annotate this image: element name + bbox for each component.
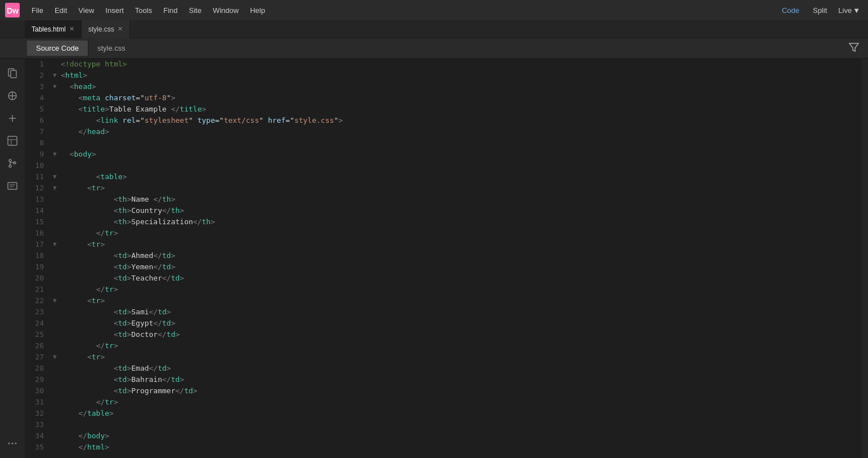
view-controls: Code Split Live ▼ [776,4,863,17]
table-row: 8 [25,137,861,149]
tab-bar: Tables.html ✕ style.css ✕ [0,20,868,38]
table-row: 23 <td>Sami</td> [25,306,861,318]
table-row: 11 ▼ <table> [25,171,861,183]
svg-point-14 [9,165,11,167]
code-lines: 1 <!doctype html> 2 ▼ <html> 3 ▼ <head> … [25,59,861,453]
svg-text:Dw: Dw [7,6,19,15]
table-row: 29 <td>Bahrain</td> [25,374,861,385]
table-row: 24 <td>Egypt</td> [25,318,861,329]
live-dropdown-arrow[interactable]: ▼ [853,6,860,15]
menu-file[interactable]: File [27,4,48,17]
svg-rect-10 [8,136,17,145]
table-row: 33 [25,419,861,430]
svg-rect-4 [11,70,16,78]
css-designer-icon[interactable] [2,131,23,151]
table-row: 30 <td>Programmer</td> [25,385,861,397]
svg-point-20 [8,443,10,444]
assets-icon[interactable] [2,86,23,106]
menu-bar: Dw File Edit View Insert Tools Find Site… [0,0,868,20]
scrollbar[interactable] [861,59,868,458]
table-row: 26 </tr> [25,340,861,352]
tab-close-style[interactable]: ✕ [118,26,123,32]
menu-insert[interactable]: Insert [101,4,128,17]
main-area: 1 <!doctype html> 2 ▼ <html> 3 ▼ <head> … [0,59,868,458]
git-icon[interactable] [2,153,23,174]
menu-view[interactable]: View [74,4,99,17]
table-row: 13 <th>Name </th> [25,194,861,205]
table-row: 6 <link rel="stylesheet" type="text/css"… [25,115,861,126]
svg-rect-17 [8,183,17,189]
app-logo: Dw [5,2,20,18]
style-css-tab[interactable]: style.css [88,41,135,56]
table-row: 27 ▼ <tr> [25,352,861,363]
split-view-button[interactable]: Split [807,4,833,17]
table-row: 10 [25,160,861,171]
menu-tools[interactable]: Tools [131,4,156,17]
table-row: 28 <td>Emad</td> [25,363,861,374]
table-row: 5 <title>Table Example </title> [25,104,861,115]
table-row: 21 </tr> [25,284,861,295]
code-view-button[interactable]: Code [776,4,805,17]
source-code-tab[interactable]: Source Code [27,41,88,56]
svg-point-13 [9,159,11,162]
table-row: 31 </tr> [25,397,861,408]
table-row: 7 </head> [25,126,861,137]
table-row: 3 ▼ <head> [25,81,861,92]
table-row: 17 ▼ <tr> [25,239,861,250]
table-row: 1 <!doctype html> [25,59,861,70]
more-icon[interactable] [2,433,23,453]
filter-icon[interactable] [840,42,868,55]
table-row: 20 <td>Teacher</td> [25,273,861,284]
svg-point-21 [12,443,14,444]
menu-window[interactable]: Window [208,4,243,17]
table-row: 16 </tr> [25,228,861,239]
menu-site[interactable]: Site [184,4,205,17]
svg-point-22 [15,443,17,444]
live-view-button[interactable]: Live ▼ [835,4,863,17]
table-row: 4 <meta charset="utf-8"> [25,92,861,104]
table-row: 22 ▼ <tr> [25,295,861,306]
tab-style-css[interactable]: style.css ✕ [82,20,130,38]
table-row: 2 ▼ <html> [25,70,861,81]
sidebar [0,59,25,458]
table-row: 18 <td>Ahmed</td> [25,250,861,261]
snippets-icon[interactable] [2,176,23,196]
tab-tables-html[interactable]: Tables.html ✕ [25,20,82,38]
table-row: 9 ▼ <body> [25,149,861,160]
tab-close-tables[interactable]: ✕ [69,26,74,32]
code-editor[interactable]: 1 <!doctype html> 2 ▼ <html> 3 ▼ <head> … [25,59,861,458]
table-row: 25 <td>Doctor</td> [25,329,861,340]
toolbar-row: Source Code style.css [0,38,868,59]
table-row: 14 <th>Country</th> [25,205,861,216]
table-row: 15 <th>Specialization</th> [25,216,861,228]
files-icon[interactable] [2,63,23,83]
table-row: 35 </html> [25,442,861,453]
menu-edit[interactable]: Edit [50,4,71,17]
menu-find[interactable]: Find [159,4,182,17]
svg-marker-2 [849,43,858,51]
menu-help[interactable]: Help [245,4,270,17]
table-row: 34 </body> [25,430,861,442]
table-row: 32 </table> [25,408,861,419]
table-row: 19 <td>Yemen</td> [25,261,861,273]
insert-icon[interactable] [2,108,23,128]
table-row: 12 ▼ <tr> [25,183,861,194]
